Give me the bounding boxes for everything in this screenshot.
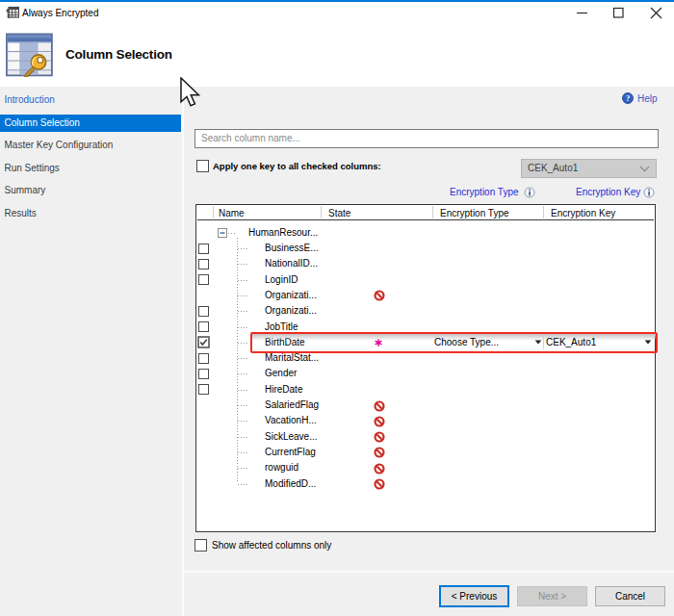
svg-text:?: ?: [626, 93, 630, 103]
